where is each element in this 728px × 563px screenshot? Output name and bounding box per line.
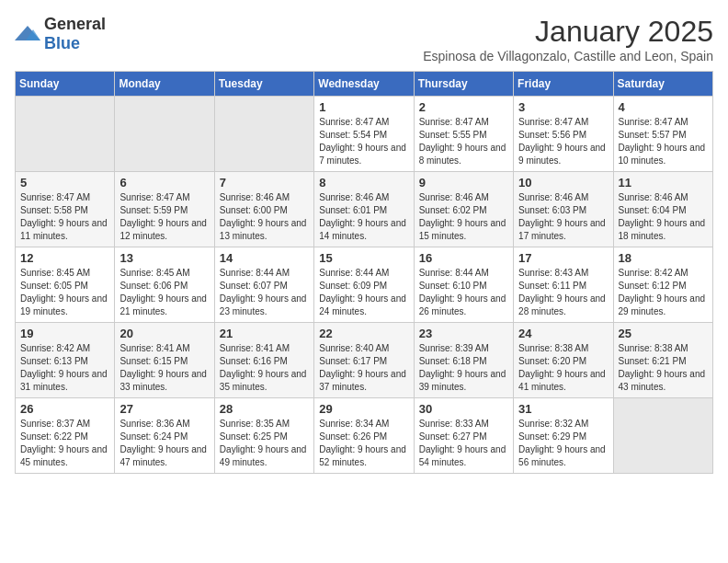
calendar-cell: 21Sunrise: 8:41 AMSunset: 6:16 PMDayligh… bbox=[214, 323, 313, 398]
day-number: 5 bbox=[20, 176, 109, 190]
calendar-cell: 30Sunrise: 8:33 AMSunset: 6:27 PMDayligh… bbox=[414, 398, 513, 474]
day-info: Sunrise: 8:39 AMSunset: 6:18 PMDaylight:… bbox=[419, 342, 508, 394]
day-number: 30 bbox=[419, 402, 508, 416]
calendar-cell: 3Sunrise: 8:47 AMSunset: 5:56 PMDaylight… bbox=[514, 97, 613, 172]
header-wednesday: Wednesday bbox=[314, 72, 414, 97]
header-friday: Friday bbox=[514, 72, 613, 97]
day-info: Sunrise: 8:32 AMSunset: 6:29 PMDaylight:… bbox=[518, 418, 608, 469]
calendar-week-4: 19Sunrise: 8:42 AMSunset: 6:13 PMDayligh… bbox=[16, 323, 713, 398]
day-info: Sunrise: 8:44 AMSunset: 6:10 PMDaylight:… bbox=[419, 267, 508, 318]
day-info: Sunrise: 8:47 AMSunset: 5:54 PMDaylight:… bbox=[319, 116, 408, 167]
day-info: Sunrise: 8:46 AMSunset: 6:04 PMDaylight:… bbox=[619, 191, 708, 243]
calendar-cell: 18Sunrise: 8:42 AMSunset: 6:12 PMDayligh… bbox=[613, 247, 712, 323]
day-number: 1 bbox=[319, 100, 408, 114]
day-number: 3 bbox=[518, 100, 608, 114]
calendar-cell: 1Sunrise: 8:47 AMSunset: 5:54 PMDaylight… bbox=[314, 97, 414, 172]
calendar-cell: 12Sunrise: 8:45 AMSunset: 6:05 PMDayligh… bbox=[16, 247, 115, 323]
day-info: Sunrise: 8:38 AMSunset: 6:20 PMDaylight:… bbox=[518, 342, 608, 394]
day-number: 9 bbox=[419, 176, 508, 190]
day-info: Sunrise: 8:40 AMSunset: 6:17 PMDaylight:… bbox=[319, 342, 408, 394]
calendar-week-5: 26Sunrise: 8:37 AMSunset: 6:22 PMDayligh… bbox=[16, 398, 713, 474]
calendar-week-2: 5Sunrise: 8:47 AMSunset: 5:58 PMDaylight… bbox=[16, 172, 713, 247]
header-thursday: Thursday bbox=[414, 72, 513, 97]
day-info: Sunrise: 8:42 AMSunset: 6:12 PMDaylight:… bbox=[619, 267, 708, 318]
calendar-cell bbox=[115, 97, 214, 172]
day-info: Sunrise: 8:41 AMSunset: 6:16 PMDaylight:… bbox=[220, 342, 309, 394]
calendar-cell: 4Sunrise: 8:47 AMSunset: 5:57 PMDaylight… bbox=[613, 97, 712, 172]
logo-icon bbox=[15, 24, 40, 44]
calendar-cell bbox=[613, 398, 712, 474]
calendar-cell: 17Sunrise: 8:43 AMSunset: 6:11 PMDayligh… bbox=[514, 247, 613, 323]
calendar-cell: 25Sunrise: 8:38 AMSunset: 6:21 PMDayligh… bbox=[613, 323, 712, 398]
day-info: Sunrise: 8:37 AMSunset: 6:22 PMDaylight:… bbox=[20, 418, 109, 469]
calendar-cell: 20Sunrise: 8:41 AMSunset: 6:15 PMDayligh… bbox=[115, 323, 214, 398]
day-info: Sunrise: 8:36 AMSunset: 6:24 PMDaylight:… bbox=[119, 418, 209, 469]
header-tuesday: Tuesday bbox=[214, 72, 313, 97]
day-info: Sunrise: 8:47 AMSunset: 5:56 PMDaylight:… bbox=[518, 116, 608, 167]
calendar-week-3: 12Sunrise: 8:45 AMSunset: 6:05 PMDayligh… bbox=[16, 247, 713, 323]
calendar-cell: 16Sunrise: 8:44 AMSunset: 6:10 PMDayligh… bbox=[414, 247, 513, 323]
day-info: Sunrise: 8:43 AMSunset: 6:11 PMDaylight:… bbox=[518, 267, 608, 318]
calendar-cell: 10Sunrise: 8:46 AMSunset: 6:03 PMDayligh… bbox=[514, 172, 613, 247]
calendar-cell: 9Sunrise: 8:46 AMSunset: 6:02 PMDaylight… bbox=[414, 172, 513, 247]
day-info: Sunrise: 8:45 AMSunset: 6:05 PMDaylight:… bbox=[20, 267, 109, 318]
day-info: Sunrise: 8:45 AMSunset: 6:06 PMDaylight:… bbox=[119, 267, 209, 318]
day-info: Sunrise: 8:34 AMSunset: 6:26 PMDaylight:… bbox=[319, 418, 408, 469]
day-info: Sunrise: 8:47 AMSunset: 5:57 PMDaylight:… bbox=[619, 116, 708, 167]
day-number: 16 bbox=[419, 251, 508, 265]
day-info: Sunrise: 8:47 AMSunset: 5:59 PMDaylight:… bbox=[119, 191, 209, 243]
month-title: January 2025 bbox=[423, 15, 713, 49]
day-number: 25 bbox=[619, 327, 708, 340]
day-info: Sunrise: 8:47 AMSunset: 5:55 PMDaylight:… bbox=[419, 116, 508, 167]
day-number: 6 bbox=[119, 176, 209, 190]
day-info: Sunrise: 8:46 AMSunset: 6:02 PMDaylight:… bbox=[419, 191, 508, 243]
day-number: 24 bbox=[518, 327, 608, 340]
header-monday: Monday bbox=[115, 72, 214, 97]
calendar-header-row: Sunday Monday Tuesday Wednesday Thursday… bbox=[16, 72, 713, 97]
calendar: Sunday Monday Tuesday Wednesday Thursday… bbox=[15, 71, 713, 474]
day-number: 17 bbox=[518, 251, 608, 265]
calendar-cell: 31Sunrise: 8:32 AMSunset: 6:29 PMDayligh… bbox=[514, 398, 613, 474]
day-number: 14 bbox=[220, 251, 309, 265]
calendar-week-1: 1Sunrise: 8:47 AMSunset: 5:54 PMDaylight… bbox=[16, 97, 713, 172]
day-number: 20 bbox=[119, 327, 209, 340]
day-info: Sunrise: 8:38 AMSunset: 6:21 PMDaylight:… bbox=[619, 342, 708, 394]
day-number: 27 bbox=[119, 402, 209, 416]
day-number: 28 bbox=[220, 402, 309, 416]
calendar-cell: 5Sunrise: 8:47 AMSunset: 5:58 PMDaylight… bbox=[16, 172, 115, 247]
calendar-cell: 15Sunrise: 8:44 AMSunset: 6:09 PMDayligh… bbox=[314, 247, 414, 323]
logo-blue: Blue bbox=[44, 34, 80, 52]
calendar-cell: 23Sunrise: 8:39 AMSunset: 6:18 PMDayligh… bbox=[414, 323, 513, 398]
day-number: 19 bbox=[20, 327, 109, 340]
day-info: Sunrise: 8:35 AMSunset: 6:25 PMDaylight:… bbox=[220, 418, 309, 469]
day-info: Sunrise: 8:44 AMSunset: 6:07 PMDaylight:… bbox=[220, 267, 309, 318]
day-number: 7 bbox=[220, 176, 309, 190]
calendar-cell: 11Sunrise: 8:46 AMSunset: 6:04 PMDayligh… bbox=[613, 172, 712, 247]
calendar-cell: 27Sunrise: 8:36 AMSunset: 6:24 PMDayligh… bbox=[115, 398, 214, 474]
day-number: 10 bbox=[518, 176, 608, 190]
calendar-cell: 29Sunrise: 8:34 AMSunset: 6:26 PMDayligh… bbox=[314, 398, 414, 474]
header: General Blue January 2025 Espinosa de Vi… bbox=[15, 15, 713, 63]
day-number: 4 bbox=[619, 100, 708, 114]
day-number: 8 bbox=[319, 176, 408, 190]
day-info: Sunrise: 8:46 AMSunset: 6:01 PMDaylight:… bbox=[319, 191, 408, 243]
calendar-cell: 6Sunrise: 8:47 AMSunset: 5:59 PMDaylight… bbox=[115, 172, 214, 247]
calendar-cell: 28Sunrise: 8:35 AMSunset: 6:25 PMDayligh… bbox=[214, 398, 313, 474]
header-sunday: Sunday bbox=[16, 72, 115, 97]
calendar-cell bbox=[16, 97, 115, 172]
day-number: 15 bbox=[319, 251, 408, 265]
calendar-cell: 14Sunrise: 8:44 AMSunset: 6:07 PMDayligh… bbox=[214, 247, 313, 323]
day-info: Sunrise: 8:47 AMSunset: 5:58 PMDaylight:… bbox=[20, 191, 109, 243]
calendar-cell: 2Sunrise: 8:47 AMSunset: 5:55 PMDaylight… bbox=[414, 97, 513, 172]
day-number: 12 bbox=[20, 251, 109, 265]
calendar-cell: 7Sunrise: 8:46 AMSunset: 6:00 PMDaylight… bbox=[214, 172, 313, 247]
calendar-cell: 22Sunrise: 8:40 AMSunset: 6:17 PMDayligh… bbox=[314, 323, 414, 398]
calendar-cell: 26Sunrise: 8:37 AMSunset: 6:22 PMDayligh… bbox=[16, 398, 115, 474]
day-number: 31 bbox=[518, 402, 608, 416]
day-info: Sunrise: 8:46 AMSunset: 6:03 PMDaylight:… bbox=[518, 191, 608, 243]
calendar-cell: 13Sunrise: 8:45 AMSunset: 6:06 PMDayligh… bbox=[115, 247, 214, 323]
day-number: 2 bbox=[419, 100, 508, 114]
calendar-cell: 8Sunrise: 8:46 AMSunset: 6:01 PMDaylight… bbox=[314, 172, 414, 247]
subtitle: Espinosa de Villagonzalo, Castille and L… bbox=[423, 49, 713, 63]
header-saturday: Saturday bbox=[613, 72, 712, 97]
